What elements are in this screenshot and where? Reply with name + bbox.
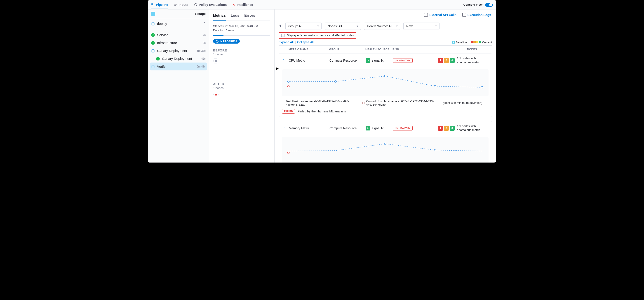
svg-point-2	[234, 5, 235, 6]
before-label: BEFORE	[213, 48, 270, 52]
memory-metric-chart	[282, 137, 488, 163]
th-risk: RISK	[392, 48, 417, 51]
legend-green-icon	[479, 41, 481, 43]
metric-name: CPU Metric	[289, 59, 330, 62]
node-count-red: 1	[438, 126, 443, 131]
metric-name: Memory Metric	[289, 126, 330, 130]
after-label: AFTER	[213, 82, 270, 86]
step-duration: 5m 41s	[197, 65, 206, 68]
tab-inputs[interactable]: Inputs	[174, 0, 188, 9]
step-verify[interactable]: Verify 5m 41s	[150, 62, 207, 70]
host-marker-icon	[362, 102, 364, 104]
sec-tab-metrics[interactable]: Metrics	[213, 13, 226, 20]
step-label: Canary Deployment	[157, 49, 187, 53]
node-count-orange: 0	[444, 58, 449, 63]
raw-select[interactable]: Raw	[403, 22, 440, 30]
min-deviation-note: (Host with minimum deviation)	[443, 101, 482, 104]
collapse-caret-icon[interactable]: ⌃	[282, 58, 289, 62]
step-canary-deployment-sub[interactable]: ✓Canary Deployment 45s	[148, 55, 209, 62]
control-host: Control Host: hostname.ab667afb-1972-430…	[362, 100, 437, 106]
tab-policy[interactable]: Policy Evaluations	[194, 0, 227, 9]
tab-policy-label: Policy Evaluations	[199, 3, 227, 6]
step-duration: 2s	[203, 41, 206, 44]
duration: Duration: 5 mins	[213, 29, 270, 32]
step-duration: 7s	[203, 33, 206, 36]
node-hex-after[interactable]	[213, 92, 218, 97]
sec-tab-errors[interactable]: Errors	[244, 13, 255, 20]
legend-yellow-icon	[476, 41, 478, 43]
api-icon	[424, 13, 428, 17]
console-view-label: Console View	[464, 3, 482, 6]
legend: Baseline Current	[452, 41, 492, 44]
clock-icon	[216, 40, 218, 43]
node-count-orange: 0	[444, 126, 449, 131]
sec-tab-logs[interactable]: Logs	[231, 13, 239, 20]
collapse-caret-icon[interactable]: ⌃	[282, 126, 289, 130]
spinner-icon	[151, 22, 155, 25]
step-duration: 45s	[201, 57, 206, 60]
after-nodes: 1 nodes	[213, 86, 270, 90]
stage-sidebar: 1 stage deploy ⌃ ✓Service 7s ✓Infrastruc…	[148, 9, 209, 163]
anomalous-label: Display only anomalous metrics and affec…	[287, 34, 354, 37]
tab-inputs-label: Inputs	[179, 3, 188, 6]
resilience-icon	[232, 3, 236, 6]
expand-all-link[interactable]: Expand All	[278, 40, 294, 44]
step-label: Infrastructure	[157, 41, 177, 45]
node-count-red: 1	[438, 58, 443, 63]
svg-point-7	[481, 86, 483, 88]
check-icon: ✓	[156, 57, 160, 60]
node-count-green: 0	[450, 58, 455, 63]
filter-icon[interactable]	[278, 24, 282, 28]
metric-card-cpu: ⌃ CPU Metric Compute Resource > signal f…	[278, 53, 492, 117]
baseline-legend-icon	[452, 41, 455, 43]
stage-deploy-row[interactable]: deploy ⌃	[148, 18, 209, 29]
node-hex-before[interactable]	[213, 58, 218, 64]
anomalous-checkbox[interactable]	[281, 34, 284, 37]
svg-point-11	[288, 152, 289, 154]
health-source-name: signal fx	[372, 126, 384, 130]
started-on: Started On: Mar 16, 2023 6:40 PM	[213, 24, 270, 28]
tab-resilience[interactable]: Resilience	[232, 0, 253, 9]
console-view-toggle[interactable]	[485, 3, 493, 7]
failed-reason: Failed by the Harness ML analysis	[298, 109, 346, 113]
svg-point-4	[334, 81, 336, 82]
metrics-panel: External API Calls Execution Logs Group:…	[274, 9, 496, 163]
svg-point-0	[233, 4, 234, 5]
cpu-metric-chart	[282, 69, 488, 96]
step-service[interactable]: ✓Service 7s	[148, 31, 209, 39]
status-badge-in-progress: IN PROGRESS	[213, 39, 240, 43]
external-api-calls-link[interactable]: External API Calls	[424, 13, 456, 17]
chevron-up-icon[interactable]: ⌃	[203, 21, 206, 26]
th-metric-name: METRIC NAME	[288, 48, 329, 51]
step-canary-deployment[interactable]: Canary Deployment 6m 27s	[148, 47, 209, 55]
metric-card-memory: ⌃ Memory Metric Compute Resource > signa…	[278, 121, 492, 163]
tab-pipeline[interactable]: Pipeline	[151, 0, 168, 9]
check-icon: ✓	[151, 33, 155, 37]
group-select[interactable]: Group: All	[286, 22, 322, 30]
step-infrastructure[interactable]: ✓Infrastructure 2s	[148, 39, 209, 47]
meta-panel: Metrics Logs Errors Started On: Mar 16, …	[209, 9, 274, 163]
nodes-select[interactable]: Nodes: All	[325, 22, 361, 30]
step-duration: 6m 27s	[197, 49, 206, 52]
node-count-green: 0	[450, 126, 455, 131]
execution-logs-link[interactable]: Execution Logs	[462, 13, 491, 17]
progress-bar	[213, 35, 270, 36]
collapse-all-link[interactable]: Collapse All	[297, 40, 314, 44]
tab-pipeline-label: Pipeline	[156, 3, 168, 6]
svg-point-10	[434, 149, 436, 151]
stage-count: 1 stage	[195, 12, 206, 15]
anomalous-filter-highlight: Display only anomalous metrics and affec…	[278, 32, 356, 39]
health-source-select[interactable]: Health Source: All	[364, 22, 400, 30]
step-label: Service	[157, 33, 168, 37]
tab-resilience-label: Resilience	[237, 3, 253, 6]
svg-point-1	[234, 3, 235, 4]
before-nodes: 1 nodes	[213, 53, 270, 56]
logs-icon	[462, 13, 466, 17]
logs-link-label: Execution Logs	[468, 13, 491, 17]
inputs-icon	[174, 3, 177, 6]
legend-red-icon	[471, 41, 473, 43]
spinner-icon	[151, 65, 155, 68]
metric-group: Compute Resource	[330, 126, 366, 130]
th-health-source: HEALTH SOURCE	[366, 48, 392, 51]
step-label: Canary Deployment	[162, 57, 192, 60]
